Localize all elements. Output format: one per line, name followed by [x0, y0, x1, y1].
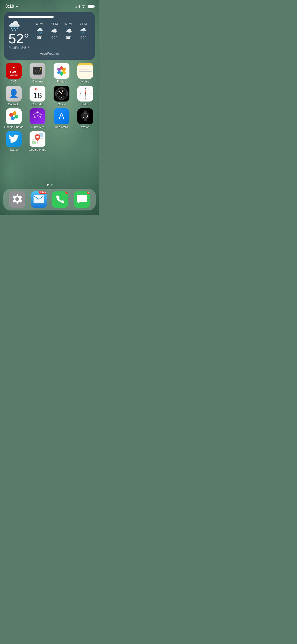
app-twitter[interactable]: Twitter — [4, 131, 23, 151]
hour-label-3: 6 PM — [65, 22, 72, 26]
mail-envelope-icon — [34, 195, 44, 204]
wifi-icon — [81, 4, 86, 9]
clock-face-icon: 12 3 6 9 1 2 4 5 7 8 10 11 — [55, 87, 68, 100]
cvs-sub: pharmacy — [10, 74, 18, 76]
contacts-person-icon: 👤 — [8, 89, 19, 99]
svg-text:3: 3 — [65, 93, 66, 94]
nightsky-constellation-icon — [32, 110, 43, 123]
weather-condition-icon: 🌧️ — [8, 21, 29, 31]
hour-temp-4: 56° — [81, 35, 86, 40]
dock-icon-messages: 2 — [74, 191, 90, 208]
app-photos[interactable]: Photos — [52, 63, 71, 83]
app-label-camera: Camera — [32, 80, 43, 83]
app-label-nightsky: Night Sky — [31, 125, 44, 128]
svg-text:6: 6 — [61, 97, 62, 99]
app-watch[interactable]: Watch — [76, 108, 95, 128]
watch-face — [79, 110, 91, 123]
twitter-bird-icon — [9, 134, 19, 145]
app-clock[interactable]: 12 3 6 9 1 2 4 5 7 8 10 11 — [52, 86, 71, 106]
app-calendar[interactable]: THU 18 Calendar — [28, 86, 47, 106]
app-icon-gphotos — [6, 108, 22, 124]
app-cvs[interactable]: ♥ CVS pharmacy CVS — [4, 63, 23, 83]
app-nightsky[interactable]: Night Sky — [28, 108, 47, 128]
widget-title-bar — [8, 16, 54, 18]
app-safari[interactable]: N E S W Safari — [76, 86, 95, 106]
hour-icon-4: 🌧️ — [80, 27, 87, 34]
svg-line-43 — [34, 114, 35, 118]
svg-point-29 — [85, 93, 86, 94]
app-icon-maps — [30, 131, 45, 147]
mail-badge: 5,659 — [39, 191, 47, 194]
svg-line-44 — [34, 112, 37, 114]
app-label-contacts: Contacts — [8, 103, 19, 106]
app-icon-twitter — [6, 131, 22, 147]
app-camera[interactable]: Camera — [28, 63, 47, 83]
dock-messages[interactable]: 2 — [74, 191, 90, 208]
app-gphotos[interactable]: Google Photos — [4, 108, 23, 128]
app-icon-appstore: A — [54, 108, 69, 124]
phone-handset-icon — [56, 195, 65, 205]
status-bar: 3:19 — [0, 0, 99, 10]
svg-text:9: 9 — [57, 93, 58, 94]
photos-flower-icon — [56, 66, 67, 76]
camera-lens-inner — [36, 70, 39, 72]
widget-source: AccuWeather — [8, 52, 91, 56]
svg-point-7 — [60, 70, 63, 72]
dock-icon-mail: 5,659 — [31, 191, 47, 208]
hour-temp-3: 56° — [66, 35, 72, 40]
svg-rect-51 — [84, 119, 87, 121]
svg-point-63 — [15, 197, 19, 201]
camera-body-icon — [33, 67, 42, 75]
page-dot-2[interactable] — [51, 184, 53, 186]
app-icon-calendar: THU 18 — [30, 86, 45, 102]
app-label-photos: Photos — [57, 80, 66, 83]
app-label-notes: Notes — [82, 80, 89, 83]
app-icon-contacts: 👤 — [6, 86, 22, 102]
app-contacts[interactable]: 👤 Contacts — [4, 86, 23, 106]
calendar-day-name: THU — [35, 87, 41, 91]
svg-rect-60 — [32, 141, 36, 144]
current-temp: 52° — [8, 32, 29, 45]
calendar-day-num: 18 — [33, 91, 42, 101]
signal-icon — [75, 5, 80, 8]
app-label-gphotos: Google Photos — [4, 125, 23, 128]
app-appstore[interactable]: A App Store — [52, 108, 71, 128]
status-time: 3:19 — [5, 4, 18, 9]
svg-point-34 — [13, 115, 15, 117]
svg-point-47 — [37, 116, 38, 116]
svg-rect-50 — [84, 111, 87, 113]
maps-pin-icon — [32, 133, 43, 145]
hour-temp-1: 55° — [37, 35, 43, 40]
camera-lens-icon — [35, 68, 40, 73]
hour-item-3: 6 PM ☁️ 56° — [65, 22, 72, 40]
app-icon-camera — [30, 63, 45, 79]
notes-line-2 — [79, 71, 92, 72]
svg-text:11: 11 — [59, 90, 60, 91]
hour-icon-2: ☁️ — [51, 27, 58, 34]
app-icon-clock: 12 3 6 9 1 2 4 5 7 8 10 11 — [54, 86, 69, 102]
app-label-calendar: Calendar — [32, 103, 44, 106]
svg-text:N: N — [85, 88, 86, 89]
app-label-twitter: Twitter — [10, 148, 18, 151]
phone-badge: 3 — [65, 191, 68, 194]
dock-phone[interactable]: 3 — [52, 191, 68, 208]
battery-icon — [87, 5, 94, 8]
svg-marker-0 — [16, 5, 18, 8]
app-icon-safari: N E S W — [77, 86, 93, 102]
app-notes[interactable]: Notes — [76, 63, 95, 83]
cvs-inner: ♥ CVS pharmacy — [10, 66, 18, 76]
app-maps[interactable]: Google Maps — [28, 131, 47, 151]
cvs-heart-icon: ♥ — [13, 66, 15, 70]
gphotos-pinwheel-icon — [8, 110, 20, 123]
hour-label-2: 5 PM — [50, 22, 58, 26]
dock-settings[interactable] — [9, 191, 25, 208]
weather-widget[interactable]: 🌧️ 52° RealFeel® 51° 4 PM 🌧️ 55° 5 PM ☁️… — [4, 12, 95, 60]
notes-line-1 — [79, 70, 89, 70]
app-label-safari: Safari — [82, 103, 89, 106]
page-dot-1[interactable] — [47, 184, 49, 186]
app-label-clock: Clock — [58, 103, 65, 106]
dock-icon-phone: 3 — [52, 191, 68, 208]
svg-point-62 — [36, 136, 39, 138]
app-icon-cvs: ♥ CVS pharmacy — [6, 63, 22, 79]
dock-mail[interactable]: 5,659 — [31, 191, 47, 208]
